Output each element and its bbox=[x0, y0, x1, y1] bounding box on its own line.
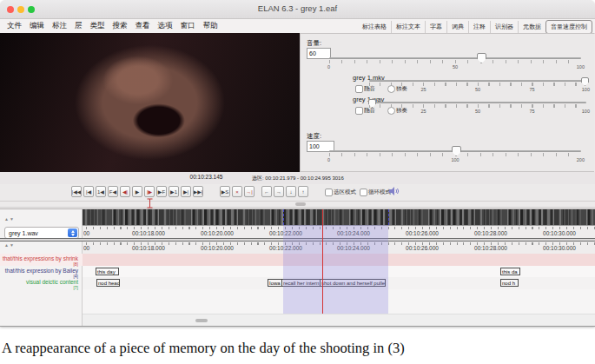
annotation[interactable]: Iowa bbox=[268, 279, 282, 287]
wav-mute-checkbox[interactable] bbox=[355, 107, 363, 115]
menu-item-options[interactable]: 选项 bbox=[158, 21, 173, 31]
wav-solo-radio[interactable] bbox=[387, 107, 395, 115]
goto-begin-button[interactable]: |◀◀ bbox=[71, 186, 82, 197]
tick-label: 50 bbox=[475, 109, 480, 114]
slider-track[interactable] bbox=[369, 80, 586, 82]
selection-display: 选区: 00:10:21.979 - 00:10:24.995 3016 bbox=[252, 175, 344, 182]
ruler-label: 00:10:18.000 bbox=[124, 230, 173, 236]
menu-item-tier[interactable]: 层 bbox=[75, 21, 83, 31]
rate-label: 速度: bbox=[307, 132, 321, 141]
play-pause-button[interactable]: ▶ bbox=[132, 186, 142, 197]
menu-item-search[interactable]: 搜索 bbox=[113, 21, 128, 31]
menu-item-view[interactable]: 查看 bbox=[136, 21, 150, 31]
tick-label: 100 bbox=[451, 157, 459, 162]
wav-mute-label: 静音 bbox=[364, 107, 375, 115]
tab-grid[interactable]: 标注表格 bbox=[358, 21, 391, 33]
timeline-bottom-strip bbox=[83, 314, 595, 327]
previous-pixel-button[interactable]: ◀| bbox=[120, 186, 130, 197]
goto-end-button[interactable]: ▶▶| bbox=[193, 186, 203, 197]
tier-name-shrink[interactable]: that/this expressions by shrink bbox=[3, 255, 78, 261]
waveform-source-select[interactable]: grey 1.wav bbox=[4, 227, 79, 239]
annotation[interactable]: this day bbox=[96, 268, 119, 275]
reorder-arrows-icon[interactable]: ▲▼ bbox=[4, 216, 15, 222]
previous-frame-button[interactable]: F◀ bbox=[108, 186, 118, 197]
tab-controls[interactable]: 音量速度控制 bbox=[545, 20, 592, 34]
slider-track[interactable] bbox=[329, 57, 581, 59]
second-left-button[interactable]: 1◀ bbox=[96, 186, 106, 197]
selection-mode-checkbox[interactable] bbox=[325, 189, 333, 196]
waveform-strip[interactable] bbox=[83, 209, 595, 225]
divider-line bbox=[0, 207, 595, 208]
loop-mode-checkbox[interactable] bbox=[360, 189, 367, 196]
crosshair-playhead[interactable] bbox=[322, 209, 323, 314]
tab-subtitles[interactable]: 字幕 bbox=[425, 21, 446, 33]
timeline-area: ▲▼ grey 1.wav ▲▼ that/this expressions b… bbox=[0, 208, 595, 326]
next-scrollview-button[interactable]: ▶| bbox=[181, 186, 191, 197]
tier-count-shrink: [8] bbox=[73, 261, 78, 267]
volume-value-field[interactable]: 60 bbox=[307, 48, 331, 59]
ruler-label: 00:10:28.000 bbox=[466, 245, 515, 251]
ruler-label: 00:10:18.000 bbox=[124, 245, 173, 251]
next-pixel-button[interactable]: |▶ bbox=[144, 186, 155, 197]
mkv-mute-checkbox[interactable] bbox=[355, 85, 363, 93]
tier-row-shrink[interactable] bbox=[83, 254, 595, 266]
mkv-solo-radio[interactable] bbox=[387, 85, 395, 93]
annotation[interactable]: nod h bbox=[500, 279, 519, 287]
menu-item-annotation[interactable]: 标注 bbox=[52, 21, 67, 31]
annotation[interactable]: this da bbox=[500, 268, 520, 275]
video-frame[interactable] bbox=[0, 33, 300, 172]
menu-item-type[interactable]: 类型 bbox=[90, 21, 105, 31]
arrow-left-button[interactable]: ← bbox=[261, 186, 272, 197]
clear-selection-button[interactable]: × bbox=[232, 186, 242, 197]
tick-label: 75 bbox=[529, 109, 534, 114]
previous-scrollview-button[interactable]: |◀ bbox=[83, 186, 94, 197]
slider-ticks bbox=[329, 60, 581, 63]
tab-metadata[interactable]: 元数据 bbox=[518, 21, 545, 33]
second-right-button[interactable]: ▶1 bbox=[169, 186, 179, 197]
menu-item-edit[interactable]: 编辑 bbox=[30, 21, 44, 31]
divider-line bbox=[0, 201, 595, 202]
tab-text[interactable]: 标注文本 bbox=[391, 21, 425, 33]
menu-item-help[interactable]: 帮助 bbox=[203, 21, 218, 31]
play-around-selection-button[interactable]: →| bbox=[244, 186, 255, 197]
speaker-icon[interactable] bbox=[389, 187, 400, 195]
menu-item-window[interactable]: 窗口 bbox=[181, 21, 195, 31]
media-position-marker[interactable] bbox=[147, 198, 153, 208]
elan-window: ELAN 6.3 - grey 1.eaf 文件 编辑 标注 层 类型 搜索 查… bbox=[0, 0, 595, 327]
annotation[interactable]: nod head bbox=[96, 279, 120, 287]
screenshot-root: ELAN 6.3 - grey 1.eaf 文件 编辑 标注 层 类型 搜索 查… bbox=[0, 0, 595, 364]
next-frame-button[interactable]: ▶F bbox=[156, 186, 167, 197]
ruler-label: 00 bbox=[83, 230, 95, 236]
reorder-arrows-icon[interactable]: ▲▼ bbox=[4, 242, 15, 248]
tick-label: 100 bbox=[582, 87, 590, 92]
tier-count-content: [7] bbox=[73, 285, 78, 290]
tab-recognizers[interactable]: 识别器 bbox=[490, 21, 518, 33]
waveform-ruler[interactable]: 00 00:10:18.000 00:10:20.000 00:10:22.00… bbox=[83, 225, 595, 239]
timeline-ruler[interactable]: 00 00:10:18.000 00:10:20.000 00:10:22.00… bbox=[83, 242, 595, 254]
menu-item-file[interactable]: 文件 bbox=[7, 21, 22, 31]
play-selection-button[interactable]: ▶S bbox=[220, 186, 230, 197]
tab-comments[interactable]: 注释 bbox=[468, 21, 490, 33]
tier-label-column: ▲▼ grey 1.wav ▲▼ that/this expressions b… bbox=[0, 209, 83, 326]
tick-label: 50 bbox=[475, 87, 480, 92]
tick-label: 0 bbox=[327, 157, 330, 162]
horizontal-scrollbar-thumb[interactable] bbox=[195, 319, 208, 322]
annotation[interactable]: recall her intern bbox=[281, 279, 321, 287]
slider-track[interactable] bbox=[369, 102, 586, 103]
tier-name-bailey[interactable]: that/this expression by Bailey bbox=[5, 268, 78, 274]
master-volume-slider[interactable]: 0 50 100 bbox=[329, 53, 581, 70]
tier-name-content[interactable]: visual deictic content bbox=[26, 279, 78, 285]
arrow-down-button[interactable]: ↓ bbox=[286, 186, 296, 197]
arrow-right-button[interactable]: → bbox=[274, 186, 284, 197]
tick-label: 0 bbox=[327, 64, 330, 69]
tab-lexicon[interactable]: 词典 bbox=[446, 21, 468, 33]
timeline-viewport[interactable]: 00 00:10:18.000 00:10:20.000 00:10:22.00… bbox=[83, 209, 595, 326]
rate-slider[interactable]: 0 100 200 bbox=[329, 146, 581, 163]
viewer-tabs: 标注表格 标注文本 字幕 词典 注释 识别器 元数据 音量速度控制 bbox=[358, 21, 592, 33]
ruler-label: 00:10:28.000 bbox=[466, 230, 515, 236]
arrow-up-button[interactable]: ↑ bbox=[298, 186, 308, 197]
divider-handle[interactable] bbox=[295, 202, 306, 206]
annotation[interactable]: shot down and herself pulle bbox=[320, 279, 386, 287]
selection-mode-label: 选区模式 bbox=[334, 189, 356, 196]
ruler-label: 00:10:26.000 bbox=[398, 230, 446, 236]
